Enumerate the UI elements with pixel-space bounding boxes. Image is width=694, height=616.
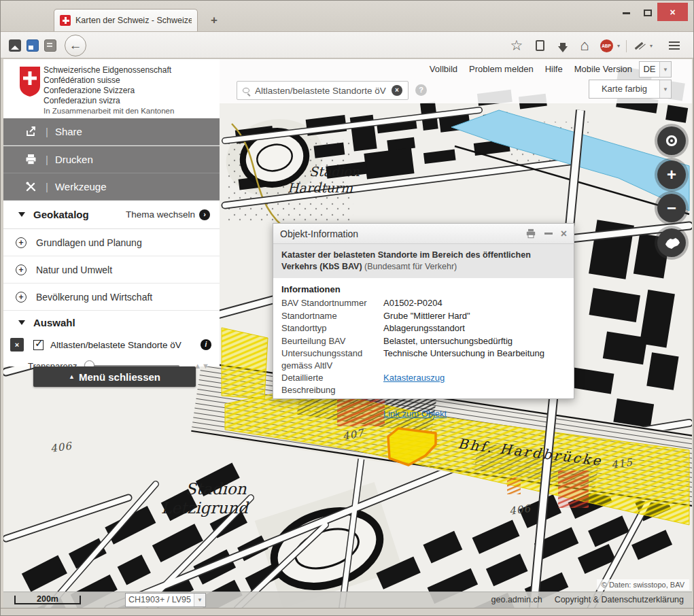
- geo-search-input[interactable]: [254, 85, 392, 97]
- search-clear-icon[interactable]: ×: [392, 85, 402, 96]
- map-style-value: Karte farbig: [589, 80, 659, 98]
- label-letzigrund-line2: Letzigrund: [161, 499, 249, 517]
- window-bottom-frame: [1, 608, 693, 616]
- geolocate-button[interactable]: [657, 126, 686, 155]
- catalog-item-natur[interactable]: + Natur und Umwelt: [3, 256, 220, 284]
- popup-title: Objekt-Information: [280, 228, 358, 239]
- browser-tab[interactable]: Karten der Schweiz - Schweize...: [54, 9, 198, 31]
- link-report-problem[interactable]: Problem melden: [469, 64, 534, 74]
- link-mobile-version[interactable]: Mobile Version: [574, 64, 632, 74]
- zoom-out-button[interactable]: −: [657, 194, 686, 222]
- collapse-up-icon: ▲: [69, 373, 75, 380]
- tools-label: Werkzeuge: [55, 181, 107, 192]
- swiss-cross-favicon: [60, 15, 71, 26]
- link-fullscreen[interactable]: Vollbild: [430, 64, 457, 74]
- language-select[interactable]: DE ▼: [639, 61, 672, 78]
- swiss-coat-of-arms: [18, 65, 41, 98]
- attr-label: BAV Standortnummer: [281, 297, 383, 309]
- link-help[interactable]: Hilfe: [545, 64, 563, 74]
- label-hardturm-line2: Hardturm: [288, 180, 353, 195]
- geocatalog-header[interactable]: Geokatalog Thema wechseln ›: [3, 201, 220, 229]
- projection-caret-icon: ▼: [194, 594, 205, 606]
- minimize-popup-icon[interactable]: [544, 233, 553, 235]
- catalog-item-bevoelkerung[interactable]: + Bevölkerung und Wirtschaft: [3, 284, 220, 311]
- back-button[interactable]: ←: [65, 35, 86, 56]
- org-line-3: Confederazione Svizzera: [44, 86, 171, 96]
- page-viewport: Stadion Hardturm Bhf. Hardbrücke Stadion…: [3, 59, 692, 608]
- popup-header[interactable]: Objekt-Information ×: [273, 224, 574, 244]
- object-link[interactable]: Link zum Objekt: [383, 409, 447, 419]
- browser-window: Karten der Schweiz - Schweize... + × ← m…: [0, 0, 694, 616]
- layer-label[interactable]: Altlasten/belastete Standorte öV: [50, 340, 181, 350]
- attr-label: Detaillierte Beschreibung: [281, 372, 383, 396]
- close-popup-icon[interactable]: ×: [561, 228, 567, 240]
- layer-info-icon[interactable]: i: [201, 339, 211, 350]
- minimize-button[interactable]: [617, 5, 636, 21]
- search-icon: [243, 88, 249, 93]
- search-help-icon[interactable]: ?: [415, 84, 427, 96]
- new-tab-button[interactable]: +: [206, 13, 222, 28]
- adblock-icon[interactable]: ABP: [599, 38, 614, 53]
- geo-search-box[interactable]: ×: [237, 81, 409, 100]
- attr-value: Belastet, untersuchungsbedürftig: [383, 335, 566, 347]
- print-icon[interactable]: [525, 228, 536, 239]
- adblock-dropdown-icon[interactable]: ▾: [614, 38, 623, 53]
- selection-header[interactable]: Auswahl: [3, 311, 220, 334]
- sidebar-item-tools[interactable]: | Werkzeuge: [3, 173, 220, 201]
- addon-icon-2[interactable]: [27, 39, 39, 52]
- attr-value: Grube "Mittlerer Hard": [383, 310, 566, 322]
- map-attribution: © Daten: swisstopo, BAV: [597, 579, 689, 590]
- expand-plus-icon: +: [16, 264, 27, 275]
- geocatalog-panel: Geokatalog Thema wechseln › + Grundlagen…: [3, 201, 220, 366]
- close-button[interactable]: ×: [657, 3, 688, 21]
- downloads-icon[interactable]: [555, 38, 571, 53]
- addon-icon-3[interactable]: [44, 39, 56, 52]
- collapse-triangle-icon: [18, 320, 25, 325]
- attr-value: Ablagerungsstandort: [383, 322, 566, 335]
- info-section-title: Informationen: [281, 284, 566, 294]
- addon-pen-icon[interactable]: [631, 38, 646, 53]
- tab-title: Karten der Schweiz - Schweize...: [75, 16, 192, 25]
- bookmarks-panel-icon[interactable]: [532, 38, 547, 53]
- expand-plus-icon: +: [16, 237, 27, 248]
- kataster-link[interactable]: Katasterauszug: [383, 373, 445, 383]
- map-style-caret-icon: ▼: [659, 80, 671, 98]
- addon-icon-1[interactable]: [9, 39, 21, 52]
- change-theme-link[interactable]: Thema wechseln ›: [126, 209, 210, 220]
- zoom-in-button[interactable]: +: [657, 160, 686, 189]
- catalog-item-grundlagen[interactable]: + Grundlagen und Planung: [3, 229, 220, 256]
- dataset-title: Kataster der belasteten Standorte im Ber…: [273, 244, 574, 278]
- header-links: Vollbild Problem melden Hilfe Mobile Ver…: [430, 64, 632, 74]
- language-caret-icon: ▼: [659, 62, 671, 77]
- share-icon: [24, 126, 37, 137]
- org-line-2: Confédération suisse: [44, 75, 171, 86]
- expand-plus-icon: +: [16, 292, 27, 303]
- close-menu-button[interactable]: ▲ Menü schliessen: [33, 366, 196, 387]
- toolbar-separator: [626, 40, 627, 52]
- label-hardturm-line1: Stadion: [309, 164, 360, 179]
- zoom-extent-button[interactable]: [657, 228, 686, 257]
- bookmark-star-icon[interactable]: ☆: [508, 38, 525, 53]
- addon-dropdown-icon[interactable]: ▾: [647, 38, 655, 53]
- attr-label: Untersuchungsstand gemäss AltlV: [281, 347, 383, 371]
- copyright-link[interactable]: Copyright & Datenschutzerklärung: [555, 595, 684, 604]
- sidebar-item-print[interactable]: | Drucken: [3, 146, 220, 173]
- titlebar: Karten der Schweiz - Schweize... + ×: [1, 1, 693, 31]
- target-icon: [664, 133, 679, 148]
- attr-label: Standortname: [281, 310, 383, 322]
- site-link[interactable]: geo.admin.ch: [491, 595, 542, 604]
- home-icon[interactable]: ⌂: [576, 38, 593, 53]
- layer-reorder-arrows[interactable]: ▲▼: [194, 362, 210, 370]
- print-label: Drucken: [55, 154, 93, 165]
- maximize-button[interactable]: [638, 5, 657, 21]
- menu-hamburger-icon[interactable]: [665, 38, 683, 53]
- attr-value: Technische Untersuchung in Bearbeitung: [383, 347, 566, 371]
- remove-layer-icon[interactable]: ×: [10, 338, 24, 352]
- popup-body: Informationen BAV StandortnummerA01502-P…: [273, 278, 574, 426]
- sidebar-item-share[interactable]: | Share: [3, 118, 220, 146]
- collapse-triangle-icon: [18, 212, 25, 217]
- language-value: DE: [640, 62, 659, 77]
- map-style-select[interactable]: Karte farbig ▼: [589, 80, 672, 99]
- layer-checkbox[interactable]: [33, 340, 44, 350]
- projection-select[interactable]: CH1903+ / LV95 ▼: [125, 593, 206, 607]
